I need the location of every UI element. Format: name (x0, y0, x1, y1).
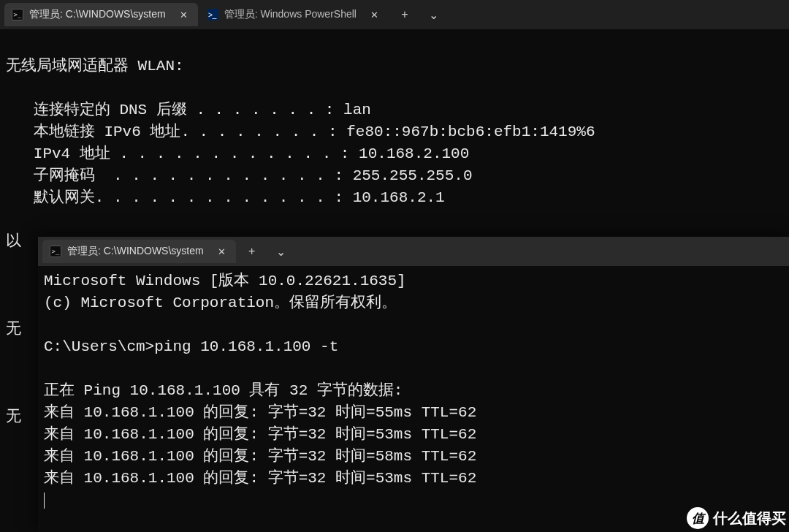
terminal-line: 无 (6, 408, 21, 425)
terminal-output[interactable]: Microsoft Windows [版本 10.0.22621.1635] (… (38, 266, 789, 517)
terminal-line: 无线局域网适配器 WLAN: (6, 58, 184, 75)
terminal-line: 以 (6, 233, 21, 250)
terminal-line: 来自 10.168.1.100 的回复: 字节=32 时间=55ms TTL=6… (44, 404, 476, 421)
tab-dropdown-button[interactable]: ⌄ (267, 240, 296, 263)
cmd-icon: >_ (12, 9, 23, 20)
new-tab-button[interactable]: + (390, 3, 419, 26)
tab-cmd[interactable]: >_ 管理员: C:\WINDOWS\system ✕ (4, 3, 198, 26)
close-icon[interactable]: ✕ (178, 8, 191, 21)
terminal-line: C:\Users\cm>ping 10.168.1.100 -t (44, 338, 338, 355)
tab-label: 管理员: C:\WINDOWS\system (29, 8, 166, 21)
powershell-icon: >_ (207, 9, 218, 20)
terminal-line: 本地链接 IPv6 地址. . . . . . . . : fe80::967b… (6, 123, 595, 140)
watermark-badge-icon: 值 (687, 507, 709, 529)
tab-dropdown-button[interactable]: ⌄ (419, 3, 449, 26)
terminal-line: 来自 10.168.1.100 的回复: 字节=32 时间=58ms TTL=6… (44, 448, 476, 465)
new-tab-button[interactable]: + (237, 240, 267, 263)
terminal-line: (c) Microsoft Corporation。保留所有权利。 (44, 294, 397, 311)
terminal-line: 连接特定的 DNS 后缀 . . . . . . . : lan (6, 102, 371, 118)
tab-powershell[interactable]: >_ 管理员: Windows PowerShell ✕ (199, 3, 389, 26)
tab-label: 管理员: C:\WINDOWS\system (67, 245, 204, 258)
terminal-line: 来自 10.168.1.100 的回复: 字节=32 时间=53ms TTL=6… (44, 426, 476, 443)
terminal-window-2: >_ 管理员: C:\WINDOWS\system ✕ + ⌄ Microsof… (38, 237, 789, 532)
terminal-line: 正在 Ping 10.168.1.100 具有 32 字节的数据: (44, 382, 403, 399)
close-icon[interactable]: ✕ (368, 8, 381, 21)
tab-cmd[interactable]: >_ 管理员: C:\WINDOWS\system ✕ (42, 240, 236, 263)
terminal-line: 来自 10.168.1.100 的回复: 字节=32 时间=53ms TTL=6… (44, 470, 476, 487)
tab-bar: >_ 管理员: C:\WINDOWS\system ✕ >_ 管理员: Wind… (0, 0, 789, 29)
tab-label: 管理员: Windows PowerShell (224, 8, 357, 21)
close-icon[interactable]: ✕ (216, 245, 229, 258)
terminal-line: Microsoft Windows [版本 10.0.22621.1635] (44, 273, 406, 289)
terminal-line: IPv4 地址 . . . . . . . . . . . . : 10.168… (6, 145, 469, 162)
cmd-icon: >_ (50, 246, 61, 257)
terminal-line: 无 (6, 321, 21, 338)
terminal-line: 子网掩码 . . . . . . . . . . . . : 255.255.2… (6, 167, 473, 184)
watermark-text: 什么值得买 (713, 509, 786, 528)
text-cursor (44, 493, 45, 509)
tab-bar: >_ 管理员: C:\WINDOWS\system ✕ + ⌄ (38, 237, 789, 266)
terminal-line: 默认网关. . . . . . . . . . . . . : 10.168.2… (6, 189, 445, 206)
watermark: 值 什么值得买 (687, 507, 786, 529)
